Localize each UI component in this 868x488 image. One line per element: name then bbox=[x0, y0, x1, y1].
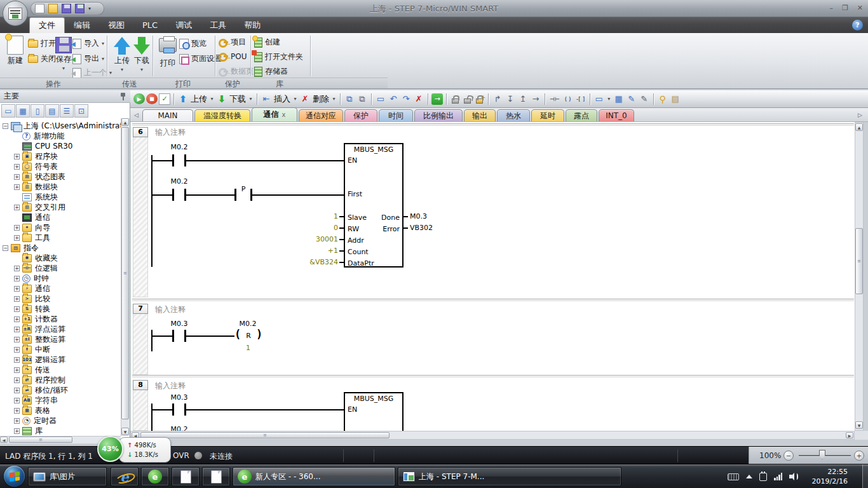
library-memory-button[interactable]: 存储器 bbox=[254, 66, 288, 77]
scroll-left-icon[interactable]: ◀ bbox=[0, 437, 8, 443]
expand-icon[interactable]: + bbox=[14, 327, 20, 332]
contact-address[interactable]: M0.2 bbox=[171, 177, 188, 186]
expand-icon[interactable]: + bbox=[14, 306, 20, 312]
expand-icon[interactable]: + bbox=[14, 286, 20, 292]
tree-item-传送[interactable]: +↷传送 bbox=[0, 365, 121, 375]
delete-icon[interactable]: ✗ bbox=[299, 93, 311, 105]
network-signal-icon[interactable] bbox=[774, 473, 782, 480]
taskbar-step7-button[interactable]: 上海 - STEP 7-M... bbox=[398, 467, 621, 486]
program-tab-通信[interactable]: 通信x bbox=[252, 107, 297, 121]
scroll-up-icon[interactable]: ▲ bbox=[855, 123, 863, 131]
taskbar-document2-button[interactable] bbox=[202, 467, 230, 486]
contact-icon[interactable]: ⊣⊢ bbox=[548, 93, 561, 105]
edit-table-icon[interactable]: ✎ bbox=[626, 93, 637, 105]
scroll-right-icon[interactable]: ▶ bbox=[846, 432, 853, 438]
branch-down-icon[interactable]: ↱ bbox=[492, 93, 503, 105]
network-number[interactable]: 6 bbox=[133, 127, 148, 137]
expand-icon[interactable]: + bbox=[14, 357, 20, 363]
print-button[interactable]: 打印 bbox=[155, 36, 180, 69]
import-button[interactable]: 导入 ▾ bbox=[72, 38, 104, 49]
properties-icon[interactable]: ▤ bbox=[670, 93, 681, 105]
key-icon[interactable]: ⚲ bbox=[657, 93, 668, 105]
new-button[interactable]: 新建 bbox=[3, 36, 28, 66]
taskbar-browser-window-button[interactable]: 新人专区 - - 360... bbox=[233, 467, 395, 486]
pin-icon[interactable] bbox=[120, 93, 126, 100]
expand-icon[interactable]: + bbox=[14, 235, 20, 241]
expand-icon[interactable]: + bbox=[14, 296, 20, 302]
zoom-in-button[interactable]: + bbox=[854, 451, 864, 461]
upload-label[interactable]: 上传 bbox=[191, 93, 207, 105]
address-table-icon[interactable]: ▦ bbox=[613, 93, 625, 105]
output-operand[interactable]: M0.3 bbox=[410, 212, 427, 220]
box-select-icon[interactable]: ▭ bbox=[375, 93, 386, 105]
tree-item-整数运算[interactable]: +±I整数运算 bbox=[0, 334, 121, 344]
program-tab-MAIN[interactable]: MAIN bbox=[142, 109, 193, 121]
lock-icon[interactable] bbox=[452, 98, 459, 104]
help-icon[interactable]: ? bbox=[852, 20, 863, 30]
stop-icon[interactable]: ■ bbox=[146, 93, 158, 104]
coil-address[interactable]: M0.2 bbox=[240, 320, 257, 328]
volume-icon[interactable] bbox=[789, 473, 798, 480]
upload-icon[interactable]: ⬆ bbox=[177, 93, 189, 105]
upload-dropdown-icon[interactable]: ▾ bbox=[121, 67, 123, 72]
import-dropdown-icon[interactable]: ▾ bbox=[102, 41, 104, 46]
tree-item-转换[interactable]: +⇅转换 bbox=[0, 304, 121, 314]
network-number[interactable]: 8 bbox=[133, 380, 148, 390]
tree-item-移位/循环[interactable]: +⇌移位/循环 bbox=[0, 385, 121, 395]
contact-address[interactable]: M0.2 bbox=[171, 143, 188, 151]
scroll-up-icon[interactable]: ▲ bbox=[121, 118, 129, 126]
minimize-button[interactable]: – bbox=[829, 4, 833, 12]
upload-dropdown-icon[interactable]: ▾ bbox=[209, 93, 215, 105]
tab-scroll-right-icon[interactable]: ▷ bbox=[856, 111, 864, 119]
network-comment[interactable]: 输入注释 bbox=[155, 127, 186, 138]
symbol-table-icon[interactable]: ▭ bbox=[1, 104, 15, 118]
delete-network-icon[interactable]: ⧉ bbox=[356, 93, 368, 105]
insert-label[interactable]: 插入 bbox=[274, 93, 290, 105]
expand-icon[interactable]: + bbox=[14, 174, 20, 180]
library-create-button[interactable]: 创建 bbox=[254, 37, 280, 48]
save-dropdown-icon[interactable]: ▾ bbox=[62, 65, 65, 71]
compile-icon[interactable]: ✓ bbox=[159, 93, 170, 105]
param-value[interactable]: &VB324 bbox=[299, 258, 338, 266]
collapse-icon[interactable]: − bbox=[3, 245, 8, 251]
expand-icon[interactable]: + bbox=[14, 377, 20, 383]
menu-item-PLC[interactable]: PLC bbox=[133, 17, 166, 33]
expand-icon[interactable]: + bbox=[14, 337, 20, 342]
tree-item-CPU SR30[interactable]: CPU SR30 bbox=[0, 141, 121, 151]
safely-remove-icon[interactable] bbox=[759, 473, 767, 481]
program-tab-热水[interactable]: 热水 bbox=[497, 109, 530, 121]
sidebar-vertical-scrollbar[interactable]: ▲ ≡ ▼ bbox=[121, 118, 130, 436]
run-icon[interactable]: ▶ bbox=[133, 93, 145, 104]
scroll-thumb[interactable]: ≡ bbox=[140, 432, 390, 438]
coil-operand[interactable]: 1 bbox=[246, 344, 250, 352]
expand-icon[interactable]: + bbox=[14, 418, 20, 424]
unlock-icon[interactable] bbox=[464, 98, 471, 104]
expand-icon[interactable]: + bbox=[14, 205, 20, 210]
contact-address[interactable]: M0.2 bbox=[171, 425, 188, 431]
scroll-thumb[interactable]: ≡ bbox=[9, 437, 72, 443]
protect-project-button[interactable]: 项目 bbox=[218, 37, 246, 48]
contact-address[interactable]: M0.3 bbox=[171, 393, 188, 402]
data-block-icon[interactable]: ▤ bbox=[45, 104, 59, 118]
status-chart-icon[interactable]: ▦ bbox=[16, 104, 30, 118]
box-instruction-icon[interactable]: -[ ] bbox=[575, 93, 587, 105]
tab-scroll-left-icon[interactable]: ◁ bbox=[132, 111, 140, 119]
previous-button[interactable]: 上一个 ▾ bbox=[72, 67, 112, 78]
tree-item-状态图表[interactable]: +▤状态图表 bbox=[0, 172, 121, 182]
program-tab-输出[interactable]: 输出 bbox=[464, 109, 496, 121]
edge-contact[interactable] bbox=[234, 189, 236, 201]
menu-item-工具[interactable]: 工具 bbox=[201, 17, 235, 33]
taskbar-ie-button[interactable]: e bbox=[111, 467, 139, 486]
coil-icon[interactable]: ( ) bbox=[562, 93, 574, 105]
erase-icon[interactable]: ✗ bbox=[413, 93, 424, 105]
network-comment[interactable]: 输入注释 bbox=[155, 304, 186, 315]
tree-item-系统块[interactable]: 系统块 bbox=[0, 192, 121, 202]
tree-item-表格[interactable]: +▦表格 bbox=[0, 405, 121, 416]
param-value[interactable]: 1 bbox=[299, 212, 338, 220]
tree-item-数据块[interactable]: +▥数据块 bbox=[0, 182, 121, 192]
tree-item-程序控制[interactable]: +⇄程序控制 bbox=[0, 375, 121, 385]
tree-item-交叉引用[interactable]: +▧交叉引用 bbox=[0, 202, 121, 212]
tree-item-新增功能[interactable]: ?新增功能 bbox=[0, 131, 121, 141]
param-value[interactable]: 30001 bbox=[299, 235, 338, 243]
cross-ref-icon[interactable]: ☰ bbox=[60, 104, 74, 118]
